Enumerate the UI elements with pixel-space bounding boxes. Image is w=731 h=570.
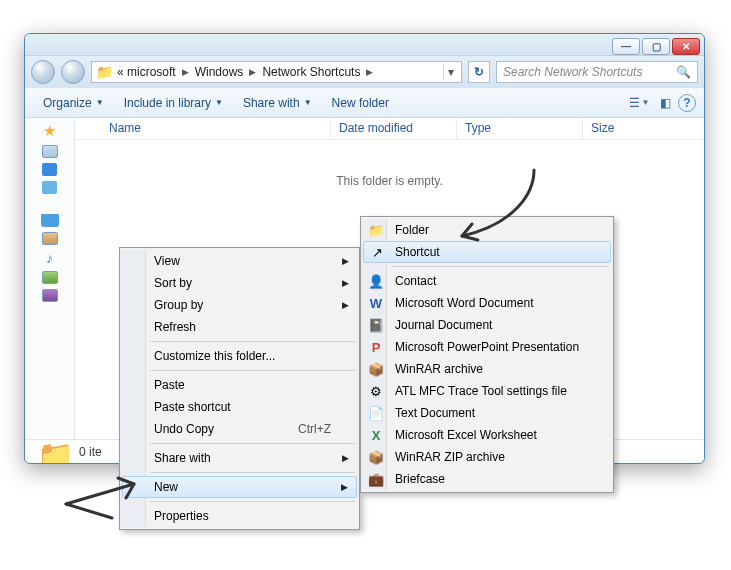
submenu-arrow-icon: ▶ bbox=[341, 482, 348, 492]
folder-icon: 📁 bbox=[368, 222, 384, 238]
new-text-doc[interactable]: 📄Text Document bbox=[363, 402, 611, 424]
context-menu-new: 📁Folder ↗Shortcut 👤Contact WMicrosoft Wo… bbox=[360, 216, 614, 493]
winrar-icon: 📦 bbox=[368, 361, 384, 377]
col-name[interactable]: Name bbox=[75, 118, 331, 139]
submenu-arrow-icon: ▶ bbox=[342, 453, 349, 463]
menu-customize-folder[interactable]: Customize this folder... bbox=[122, 345, 357, 367]
col-type[interactable]: Type bbox=[457, 118, 583, 139]
navigation-pane[interactable]: ★ ♪ bbox=[25, 118, 75, 439]
folder-icon: 📁 bbox=[96, 64, 113, 80]
nav-forward-button[interactable] bbox=[61, 60, 85, 84]
maximize-button[interactable]: ▢ bbox=[642, 38, 670, 55]
chevron-right-icon: ▶ bbox=[247, 67, 258, 77]
new-contact[interactable]: 👤Contact bbox=[363, 270, 611, 292]
close-button[interactable]: ✕ bbox=[672, 38, 700, 55]
breadcrumb[interactable]: 📁 « microsoft ▶ Windows ▶ Network Shortc… bbox=[91, 61, 462, 83]
chevron-down-icon: ▼ bbox=[215, 98, 223, 107]
menu-share-with[interactable]: Share with▶ bbox=[122, 447, 357, 469]
libraries-icon[interactable] bbox=[41, 214, 59, 227]
pictures-icon[interactable] bbox=[42, 271, 58, 284]
favorites-icon[interactable]: ★ bbox=[43, 122, 56, 140]
breadcrumb-seg-2[interactable]: Network Shortcuts bbox=[258, 65, 364, 79]
settings-file-icon: ⚙ bbox=[368, 383, 384, 399]
journal-icon: 📓 bbox=[368, 317, 384, 333]
contact-icon: 👤 bbox=[368, 273, 384, 289]
chevron-down-icon: ▼ bbox=[304, 98, 312, 107]
folder-icon: 📁 bbox=[35, 440, 75, 464]
search-input[interactable]: Search Network Shortcuts 🔍 bbox=[496, 61, 698, 83]
menu-paste-shortcut[interactable]: Paste shortcut bbox=[122, 396, 357, 418]
empty-folder-message: This folder is empty. bbox=[75, 174, 704, 188]
new-journal-doc[interactable]: 📓Journal Document bbox=[363, 314, 611, 336]
nav-back-button[interactable] bbox=[31, 60, 55, 84]
refresh-button[interactable]: ↻ bbox=[468, 61, 490, 83]
search-placeholder: Search Network Shortcuts bbox=[503, 65, 670, 79]
address-bar: 📁 « microsoft ▶ Windows ▶ Network Shortc… bbox=[25, 56, 704, 88]
organize-button[interactable]: Organize▼ bbox=[33, 92, 114, 114]
powerpoint-icon: P bbox=[368, 339, 384, 355]
menu-group-by[interactable]: Group by▶ bbox=[122, 294, 357, 316]
command-bar: Organize▼ Include in library▼ Share with… bbox=[25, 88, 704, 118]
chevron-right-icon: ▶ bbox=[180, 67, 191, 77]
chevron-right-icon: ▶ bbox=[364, 67, 375, 77]
winrar-zip-icon: 📦 bbox=[368, 449, 384, 465]
new-atl-trace[interactable]: ⚙ATL MFC Trace Tool settings file bbox=[363, 380, 611, 402]
help-button[interactable]: ? bbox=[678, 94, 696, 112]
submenu-arrow-icon: ▶ bbox=[342, 278, 349, 288]
menu-new[interactable]: New▶ bbox=[122, 476, 357, 498]
documents-icon[interactable] bbox=[42, 232, 58, 245]
share-with-button[interactable]: Share with▼ bbox=[233, 92, 322, 114]
breadcrumb-seg-0[interactable]: « microsoft bbox=[113, 65, 180, 79]
new-briefcase[interactable]: 💼Briefcase bbox=[363, 468, 611, 490]
menu-paste[interactable]: Paste bbox=[122, 374, 357, 396]
menu-sort-by[interactable]: Sort by▶ bbox=[122, 272, 357, 294]
new-folder-button[interactable]: New folder bbox=[322, 92, 399, 114]
shortcut-label: Ctrl+Z bbox=[298, 422, 331, 436]
excel-icon: X bbox=[368, 427, 384, 443]
include-in-library-button[interactable]: Include in library▼ bbox=[114, 92, 233, 114]
search-icon: 🔍 bbox=[676, 65, 691, 79]
column-headers: Name Date modified Type Size bbox=[75, 118, 704, 140]
title-bar: — ▢ ✕ bbox=[25, 34, 704, 56]
view-mode-button[interactable]: ☰▼ bbox=[626, 93, 652, 113]
new-word-doc[interactable]: WMicrosoft Word Document bbox=[363, 292, 611, 314]
new-excel[interactable]: XMicrosoft Excel Worksheet bbox=[363, 424, 611, 446]
music-icon[interactable]: ♪ bbox=[46, 250, 53, 266]
new-shortcut[interactable]: ↗Shortcut bbox=[363, 241, 611, 263]
submenu-arrow-icon: ▶ bbox=[342, 256, 349, 266]
new-winrar[interactable]: 📦WinRAR archive bbox=[363, 358, 611, 380]
desktop-icon[interactable] bbox=[42, 145, 58, 158]
context-menu-main: View▶ Sort by▶ Group by▶ Refresh Customi… bbox=[119, 247, 360, 530]
menu-view[interactable]: View▶ bbox=[122, 250, 357, 272]
breadcrumb-dropdown[interactable]: ▾ bbox=[443, 65, 457, 79]
col-date[interactable]: Date modified bbox=[331, 118, 457, 139]
shortcut-icon: ↗ bbox=[369, 244, 385, 260]
recent-icon[interactable] bbox=[42, 181, 57, 194]
breadcrumb-seg-1[interactable]: Windows bbox=[191, 65, 248, 79]
item-count: 0 ite bbox=[79, 445, 102, 459]
word-icon: W bbox=[368, 295, 384, 311]
preview-pane-button[interactable]: ◧ bbox=[652, 93, 678, 113]
videos-icon[interactable] bbox=[42, 289, 58, 302]
briefcase-icon: 💼 bbox=[368, 471, 384, 487]
chevron-down-icon: ▼ bbox=[96, 98, 104, 107]
new-winrar-zip[interactable]: 📦WinRAR ZIP archive bbox=[363, 446, 611, 468]
downloads-icon[interactable] bbox=[42, 163, 57, 176]
text-icon: 📄 bbox=[368, 405, 384, 421]
new-powerpoint[interactable]: PMicrosoft PowerPoint Presentation bbox=[363, 336, 611, 358]
menu-properties[interactable]: Properties bbox=[122, 505, 357, 527]
menu-undo-copy[interactable]: Undo CopyCtrl+Z bbox=[122, 418, 357, 440]
menu-refresh[interactable]: Refresh bbox=[122, 316, 357, 338]
submenu-arrow-icon: ▶ bbox=[342, 300, 349, 310]
minimize-button[interactable]: — bbox=[612, 38, 640, 55]
col-size[interactable]: Size bbox=[583, 118, 704, 139]
new-folder[interactable]: 📁Folder bbox=[363, 219, 611, 241]
